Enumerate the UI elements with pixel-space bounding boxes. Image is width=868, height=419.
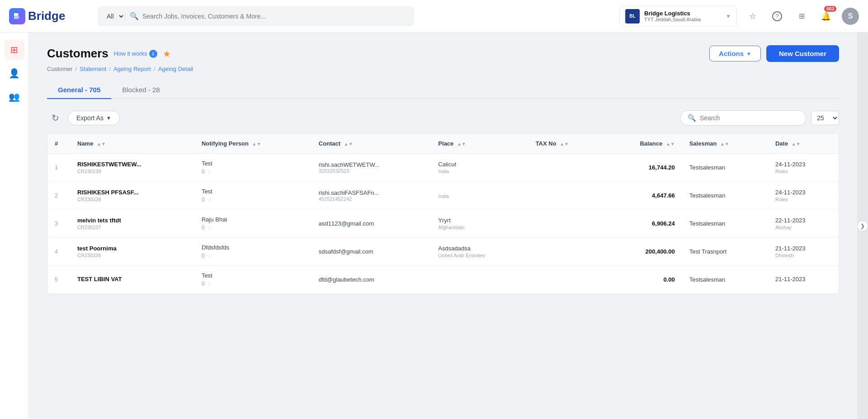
sort-date-icon: ▲▼ (792, 142, 801, 146)
grid-button[interactable]: ⊞ (793, 8, 810, 25)
help-icon: ? (772, 11, 782, 21)
sidebar-item-people[interactable]: 👥 (5, 87, 24, 107)
table-header-row: # Name ▲▼ Notifying Person ▲▼ Contact (47, 134, 839, 154)
col-notifying-person[interactable]: Notifying Person ▲▼ (194, 134, 311, 154)
info-icon: i (149, 50, 157, 58)
company-selector[interactable]: BL Bridge Logistics TYT Jeddah,Saudi Ara… (619, 6, 737, 27)
col-num[interactable]: # (47, 134, 70, 154)
actions-button[interactable]: Actions ▼ (709, 46, 761, 61)
search-icon: 🔍 (130, 12, 139, 20)
cell-contact: asd1123@gmail.com (311, 210, 431, 238)
tab-general[interactable]: General - 705 (47, 81, 111, 99)
col-date[interactable]: Date ▲▼ (768, 134, 839, 154)
tabs: General - 705 Blocked - 28 (47, 81, 839, 99)
cell-place: Asdsadadsa United Arab Emirates (431, 238, 528, 266)
breadcrumb-statement[interactable]: Statement (80, 66, 106, 72)
cell-name[interactable]: melvin tets tftdt CR230237 (70, 210, 194, 238)
cell-name[interactable]: RISHIKESH PFSASF... CR230238 (70, 182, 194, 210)
cell-num: 5 (47, 266, 70, 294)
table-row[interactable]: 1 RISHIKESTWETWEW... CR230239 Test 0 ☆ r… (47, 154, 839, 182)
sidebar-item-person[interactable]: 👤 (5, 63, 24, 83)
col-salesman[interactable]: Salesman ▲▼ (682, 134, 768, 154)
table-search-input[interactable] (700, 114, 799, 122)
cell-name[interactable]: RISHIKESTWETWEW... CR230239 (70, 154, 194, 182)
breadcrumb-customer: Customer (47, 66, 72, 72)
per-page-select[interactable]: 25 10 50 100 (811, 111, 839, 125)
cell-place: Yryrt Afghanistan (431, 210, 528, 238)
grid-icon: ⊞ (799, 12, 805, 20)
search-filter-dropdown[interactable]: All (105, 12, 125, 20)
favorites-button[interactable]: ☆ (744, 8, 761, 25)
how-it-works-link[interactable]: How it works i (114, 50, 157, 58)
breadcrumb-ageing-detail[interactable]: Ageing Detail (158, 66, 193, 72)
sort-balance-icon: ▲▼ (666, 142, 675, 146)
cell-tax-no (528, 182, 604, 210)
col-place[interactable]: Place ▲▼ (431, 134, 528, 154)
breadcrumb-ageing-report[interactable]: Ageing Report (113, 66, 151, 72)
cell-date: 21-11-2023 Dhinesh (768, 238, 839, 266)
main-layout: ⊞ 👤 👥 Customers How it works i ★ Actions (0, 33, 868, 419)
page-title: Customers (47, 47, 108, 61)
breadcrumb-sep-1: / (75, 66, 77, 72)
toolbar-right: 🔍 25 10 50 100 (680, 110, 839, 126)
user-avatar[interactable]: S (842, 8, 859, 25)
help-button[interactable]: ? (769, 8, 786, 25)
table-search-box: 🔍 (680, 110, 807, 126)
cell-notifying-person: Test 0 ☆ (194, 182, 311, 210)
cell-name[interactable]: TEST LIBIN VAT (70, 266, 194, 294)
table-row[interactable]: 3 melvin tets tftdt CR230237 Raju Bhai 0… (47, 210, 839, 238)
sort-name-icon: ▲▼ (97, 142, 106, 146)
cell-balance: 6,906.24 (604, 210, 682, 238)
toolbar-left: ↻ Export As ▼ (47, 110, 120, 126)
table-row[interactable]: 5 TEST LIBIN VAT Test 0 ☆ dfd@glaubetech… (47, 266, 839, 294)
col-name[interactable]: Name ▲▼ (70, 134, 194, 154)
cell-tax-no (528, 238, 604, 266)
col-tax-no[interactable]: TAX No ▲▼ (528, 134, 604, 154)
cell-salesman: Test Trasnport (682, 238, 768, 266)
cell-date: 22-11-2023 Akshay (768, 210, 839, 238)
notifications-button[interactable]: 🔔 603 (817, 8, 835, 25)
page-title-area: Customers How it works i ★ (47, 47, 171, 61)
company-logo: BL (625, 9, 640, 24)
cell-balance: 0.00 (604, 266, 682, 294)
main-content: Customers How it works i ★ Actions ▼ New… (29, 33, 857, 419)
logo-icon (9, 8, 25, 24)
search-area: All 🔍 (98, 6, 414, 26)
col-contact[interactable]: Contact ▲▼ (311, 134, 431, 154)
favorite-star-icon[interactable]: ★ (163, 48, 171, 59)
logo-area[interactable]: Bridge (9, 8, 90, 24)
table-row[interactable]: 4 test Poornima CR230236 Dfdsfdsfds 0 ☆ … (47, 238, 839, 266)
cell-salesman: Testsalesman (682, 210, 768, 238)
cell-place: Calicut India (431, 154, 528, 182)
tab-blocked[interactable]: Blocked - 28 (111, 81, 170, 99)
cell-balance: 200,400.00 (604, 238, 682, 266)
people-icon: 👥 (9, 91, 20, 102)
collapse-icon: ❯ (857, 221, 868, 231)
sort-contact-icon: ▲▼ (344, 142, 353, 146)
new-customer-button[interactable]: New Customer (766, 45, 839, 62)
export-as-button[interactable]: Export As ▼ (68, 111, 120, 125)
chevron-down-icon: ▼ (726, 13, 731, 19)
table-row[interactable]: 2 RISHIKESH PFSASF... CR230238 Test 0 ☆ … (47, 182, 839, 210)
col-balance[interactable]: Balance ▲▼ (604, 134, 682, 154)
notification-badge: 603 (824, 6, 836, 12)
breadcrumb: Customer / Statement / Ageing Report / A… (47, 66, 839, 72)
app-name: Bridge (28, 9, 65, 23)
cell-notifying-person: Test 0 ☆ (194, 154, 311, 182)
customers-table: # Name ▲▼ Notifying Person ▲▼ Contact (47, 133, 839, 294)
refresh-button[interactable]: ↻ (47, 110, 63, 126)
cell-salesman: Testsalesman (682, 266, 768, 294)
search-input[interactable] (142, 13, 407, 20)
page-header: Customers How it works i ★ Actions ▼ New… (47, 45, 839, 62)
cell-date: 24-11-2023 Rolex (768, 182, 839, 210)
sidebar-item-grid[interactable]: ⊞ (5, 40, 24, 60)
sort-notifying-icon: ▲▼ (252, 142, 261, 146)
person-icon: 👤 (9, 68, 20, 79)
breadcrumb-sep-3: / (154, 66, 156, 72)
cell-contact: sdsafdsf@gmail.com (311, 238, 431, 266)
cell-name[interactable]: test Poornima CR230236 (70, 238, 194, 266)
cell-place (431, 266, 528, 294)
sidebar: ⊞ 👤 👥 (0, 33, 29, 419)
right-panel-toggle[interactable]: ❯ (857, 33, 868, 419)
cell-salesman: Testsalesman (682, 154, 768, 182)
